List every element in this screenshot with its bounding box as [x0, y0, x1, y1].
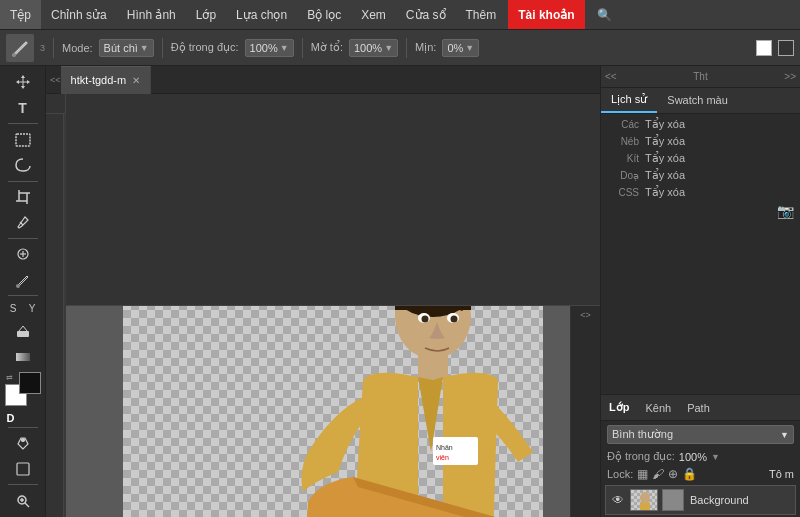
menu-search[interactable]: 🔍 [589, 8, 620, 22]
history-item-1[interactable]: Néb Tẩy xóa [601, 133, 800, 150]
tab-swatch[interactable]: Swatch màu [657, 88, 738, 113]
tool-pair-1: S Y [4, 299, 41, 317]
foreground-color-swatch[interactable] [19, 372, 41, 394]
panel-header: << Tht >> [601, 66, 800, 88]
toolbox: T S Y [0, 66, 46, 517]
lock-row: Lock: ▦ 🖌 ⊕ 🔒 Tô m [601, 465, 800, 483]
tab-close-button[interactable]: ✕ [132, 75, 140, 86]
tab-channels[interactable]: Kênh [637, 395, 679, 420]
panel-collapse-left[interactable]: << [605, 71, 617, 82]
opacity-arrow[interactable]: ▼ [711, 452, 720, 462]
layers-panel: Lớp Kênh Path Bình thường ▼ Độ trong đục… [601, 394, 800, 517]
opacity-dropdown[interactable]: 100% ▼ [245, 39, 294, 57]
layer-thumbnail [630, 489, 658, 511]
menu-cuaso[interactable]: Cửa sổ [396, 0, 456, 29]
tool-sep-1 [8, 123, 38, 124]
type-tool[interactable]: T [5, 96, 41, 121]
history-item-3-label: Tẩy xóa [645, 169, 685, 182]
svg-text:viên: viên [436, 454, 449, 461]
menu-hinhanh[interactable]: Hình ảnh [117, 0, 186, 29]
svg-rect-35 [640, 503, 650, 511]
history-item-0[interactable]: Các Tẩy xóa [601, 116, 800, 133]
menu-xem[interactable]: Xem [351, 0, 396, 29]
lock-position-icon[interactable]: ⊕ [668, 467, 678, 481]
svg-rect-1 [16, 134, 30, 146]
history-list: Các Tẩy xóa Néb Tẩy xóa Kít Tẩy xóa Doạ … [601, 114, 800, 394]
menubar: Tệp Chỉnh sửa Hình ảnh Lớp Lựa chọn Bộ l… [0, 0, 800, 30]
history-tab-row: Lịch sử Swatch màu [601, 88, 800, 114]
tool-sep-3 [8, 238, 38, 239]
horizontal-ruler [66, 94, 600, 306]
mode-dropdown-arrow: ▼ [140, 43, 149, 53]
layer-background-item[interactable]: 👁 Background [605, 485, 796, 515]
opacity-label: Độ trong đục: [171, 41, 239, 54]
menu-them[interactable]: Thêm [456, 0, 507, 29]
menu-taikhoan[interactable]: Tài khoản [508, 0, 584, 29]
history-item-3-left: Doạ [609, 170, 639, 181]
lock-all-icon[interactable]: 🔒 [682, 467, 697, 481]
menu-tep[interactable]: Tệp [0, 0, 41, 29]
history-item-4[interactable]: CSS Tẩy xóa [601, 184, 800, 201]
history-item-1-label: Tẩy xóa [645, 135, 685, 148]
crop-tool[interactable] [5, 185, 41, 210]
history-item-3[interactable]: Doạ Tẩy xóa [601, 167, 800, 184]
panel-collapse-right[interactable]: >> [784, 71, 796, 82]
panel-expand-icon[interactable]: <> [580, 310, 591, 320]
history-item-2-label: Tẩy xóa [645, 152, 685, 165]
color-swatch-dark[interactable] [778, 40, 794, 56]
lock-transparency-icon[interactable]: ▦ [637, 467, 648, 481]
canvas-viewport[interactable]: ÂT MONO Nhân viên [66, 306, 600, 517]
svg-point-33 [451, 315, 458, 322]
menu-lop[interactable]: Lớp [186, 0, 226, 29]
canvas-content: ÂT MONO Nhân viên [123, 306, 543, 517]
ruler-corner [46, 94, 66, 114]
lock-brush-icon[interactable]: 🖌 [652, 467, 664, 481]
move-tool[interactable] [5, 70, 41, 95]
svg-point-34 [640, 492, 650, 504]
stamp-tool[interactable]: S [4, 299, 22, 317]
color-swatch-white[interactable] [756, 40, 772, 56]
history-item-4-left: CSS [609, 187, 639, 198]
swap-colors-icon[interactable]: ⇄ [6, 373, 13, 382]
default-colors-icon[interactable]: D [7, 412, 15, 424]
toolbar: 3 Mode: Bút chì ▼ Độ trong đục: 100% ▼ M… [0, 30, 800, 66]
history-item-0-left: Các [609, 119, 639, 130]
gradient-tool[interactable] [5, 344, 41, 369]
flow-dropdown-arrow: ▼ [384, 43, 393, 53]
heal-tool[interactable] [5, 242, 41, 267]
blend-mode-dropdown[interactable]: Bình thường ▼ [607, 425, 794, 444]
eyedropper-tool[interactable] [5, 210, 41, 235]
toolbar-sep-4 [406, 38, 407, 58]
tab-history[interactable]: Lịch sử [601, 88, 657, 113]
pen-tool[interactable] [5, 431, 41, 456]
canvas-tab-main[interactable]: htkt-tgdd-m ✕ [61, 66, 152, 94]
color-swatches: ⇄ [5, 372, 41, 406]
history-item-2[interactable]: Kít Tẩy xóa [601, 150, 800, 167]
history-camera-icon[interactable]: 📷 [777, 203, 794, 219]
lasso-tool[interactable] [5, 153, 41, 178]
mode-label: Mode: [62, 42, 93, 54]
fill-label: Tô m [769, 468, 794, 480]
menu-luachon[interactable]: Lựa chọn [226, 0, 297, 29]
smooth-dropdown[interactable]: 0% ▼ [442, 39, 479, 57]
tab-path[interactable]: Path [679, 395, 718, 420]
layer-visibility-eye[interactable]: 👁 [612, 493, 624, 507]
menu-boloc[interactable]: Bộ lọc [297, 0, 351, 29]
svg-rect-12 [16, 353, 30, 361]
flow-dropdown[interactable]: 100% ▼ [349, 39, 398, 57]
tab-layers[interactable]: Lớp [601, 395, 637, 420]
brush-tool-icon[interactable] [6, 34, 34, 62]
eraser-tool[interactable] [5, 318, 41, 343]
mode-dropdown[interactable]: Bút chì ▼ [99, 39, 154, 57]
svg-point-0 [12, 53, 16, 57]
history-brush-tool[interactable]: Y [23, 299, 41, 317]
marquee-tool[interactable] [5, 127, 41, 152]
brush-tool[interactable] [5, 268, 41, 293]
tab-scroll-left[interactable]: << [50, 75, 61, 85]
toolbar-sep-1 [53, 38, 54, 58]
menu-chinhedit[interactable]: Chỉnh sửa [41, 0, 117, 29]
canvas-area: << htkt-tgdd-m ✕ [46, 66, 600, 517]
history-item-0-label: Tẩy xóa [645, 118, 685, 131]
shape-tool[interactable] [5, 457, 41, 482]
zoom-tool[interactable] [5, 488, 41, 513]
